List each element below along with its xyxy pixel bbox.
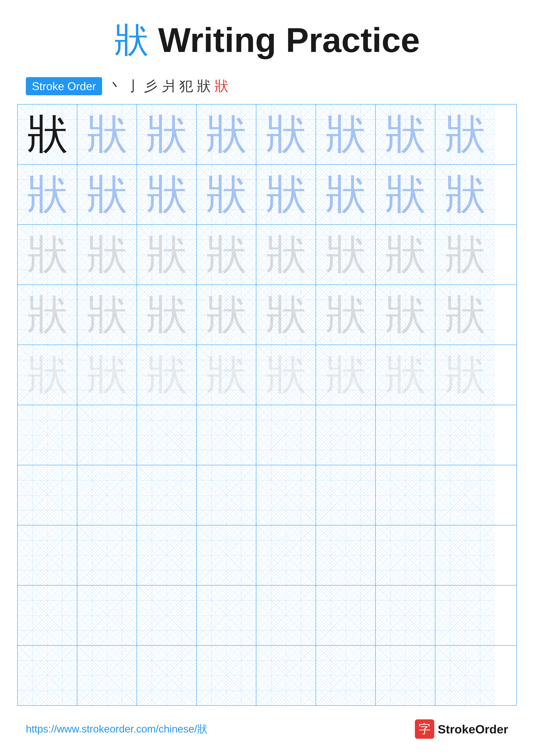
grid-cell-5-7[interactable]: 狀 — [376, 345, 435, 405]
grid-row-10 — [18, 646, 516, 705]
grid-cell-1-3[interactable]: 狀 — [137, 104, 197, 164]
char-display-lighter: 狀 — [87, 234, 128, 275]
grid-cell-2-1[interactable]: 狀 — [18, 165, 77, 224]
grid-cell-10-4[interactable] — [197, 646, 256, 705]
grid-cell-1-4[interactable]: 狀 — [197, 104, 256, 164]
grid-cell-2-7[interactable]: 狀 — [376, 165, 435, 224]
grid-cell-7-2[interactable] — [77, 465, 137, 525]
stroke-5: 犯 — [179, 77, 193, 95]
footer-logo-icon: 字 — [415, 719, 434, 739]
stroke-1: 丶 — [109, 77, 122, 95]
grid-cell-6-7[interactable] — [376, 405, 435, 465]
stroke-4: 爿 — [162, 77, 175, 95]
grid-cell-2-5[interactable]: 狀 — [256, 165, 316, 224]
grid-cell-8-1[interactable] — [18, 526, 77, 585]
grid-cell-2-3[interactable]: 狀 — [137, 165, 197, 224]
grid-cell-5-4[interactable]: 狀 — [197, 345, 256, 405]
grid-cell-9-7[interactable] — [376, 585, 435, 645]
char-display-lightest: 狀 — [206, 355, 247, 395]
grid-cell-6-8[interactable] — [435, 405, 495, 465]
char-display-lighter: 狀 — [146, 294, 187, 335]
grid-cell-10-1[interactable] — [18, 646, 77, 705]
grid-cell-8-6[interactable] — [316, 526, 376, 585]
grid-cell-4-3[interactable]: 狀 — [137, 285, 197, 345]
grid-cell-7-8[interactable] — [435, 465, 495, 525]
grid-cell-2-2[interactable]: 狀 — [77, 165, 137, 224]
grid-cell-4-8[interactable]: 狀 — [435, 285, 495, 345]
char-display-lightest: 狀 — [385, 355, 426, 395]
grid-cell-1-6[interactable]: 狀 — [316, 104, 376, 164]
grid-cell-7-7[interactable] — [376, 465, 435, 525]
footer-url[interactable]: https://www.strokeorder.com/chinese/狀 — [26, 722, 207, 736]
grid-cell-3-6[interactable]: 狀 — [316, 225, 376, 284]
grid-cell-8-8[interactable] — [435, 526, 495, 585]
grid-cell-4-4[interactable]: 狀 — [197, 285, 256, 345]
grid-cell-3-1[interactable]: 狀 — [18, 225, 77, 284]
grid-cell-4-1[interactable]: 狀 — [18, 285, 77, 345]
grid-cell-5-2[interactable]: 狀 — [77, 345, 137, 405]
grid-cell-9-4[interactable] — [197, 585, 256, 645]
grid-cell-10-7[interactable] — [376, 646, 435, 705]
grid-cell-6-6[interactable] — [316, 405, 376, 465]
grid-cell-6-4[interactable] — [197, 405, 256, 465]
grid-cell-5-3[interactable]: 狀 — [137, 345, 197, 405]
char-display-lightest: 狀 — [87, 355, 128, 395]
grid-cell-2-8[interactable]: 狀 — [435, 165, 495, 224]
grid-cell-4-6[interactable]: 狀 — [316, 285, 376, 345]
grid-cell-10-3[interactable] — [137, 646, 197, 705]
grid-cell-5-1[interactable]: 狀 — [18, 345, 77, 405]
grid-cell-10-6[interactable] — [316, 646, 376, 705]
grid-cell-7-6[interactable] — [316, 465, 376, 525]
grid-cell-6-3[interactable] — [137, 405, 197, 465]
grid-cell-3-3[interactable]: 狀 — [137, 225, 197, 284]
grid-cell-8-3[interactable] — [137, 526, 197, 585]
grid-cell-9-8[interactable] — [435, 585, 495, 645]
grid-cell-8-7[interactable] — [376, 526, 435, 585]
grid-cell-10-5[interactable] — [256, 646, 316, 705]
grid-cell-10-8[interactable] — [435, 646, 495, 705]
grid-cell-5-6[interactable]: 狀 — [316, 345, 376, 405]
grid-cell-3-2[interactable]: 狀 — [77, 225, 137, 284]
grid-cell-9-1[interactable] — [18, 585, 77, 645]
grid-cell-3-7[interactable]: 狀 — [376, 225, 435, 284]
grid-cell-10-2[interactable] — [77, 646, 137, 705]
stroke-sequence: 丶 亅 彡 爿 犯 狀 狀 — [109, 77, 228, 95]
grid-cell-1-7[interactable]: 狀 — [376, 104, 435, 164]
grid-cell-5-5[interactable]: 狀 — [256, 345, 316, 405]
grid-row-2: 狀 狀 狀 狀 狀 狀 — [18, 165, 516, 225]
char-display-lightest: 狀 — [325, 355, 366, 395]
grid-cell-3-4[interactable]: 狀 — [197, 225, 256, 284]
grid-cell-6-1[interactable] — [18, 405, 77, 465]
grid-cell-4-5[interactable]: 狀 — [256, 285, 316, 345]
stroke-3: 彡 — [144, 77, 158, 95]
grid-cell-7-3[interactable] — [137, 465, 197, 525]
char-display-light: 狀 — [445, 114, 486, 155]
grid-cell-7-1[interactable] — [18, 465, 77, 525]
grid-cell-2-6[interactable]: 狀 — [316, 165, 376, 224]
grid-cell-7-5[interactable] — [256, 465, 316, 525]
grid-cell-8-2[interactable] — [77, 526, 137, 585]
grid-cell-8-4[interactable] — [197, 526, 256, 585]
grid-cell-6-2[interactable] — [77, 405, 137, 465]
title-character: 狀 — [114, 21, 149, 60]
grid-cell-4-7[interactable]: 狀 — [376, 285, 435, 345]
grid-cell-5-8[interactable]: 狀 — [435, 345, 495, 405]
grid-cell-9-5[interactable] — [256, 585, 316, 645]
grid-cell-3-5[interactable]: 狀 — [256, 225, 316, 284]
grid-cell-1-8[interactable]: 狀 — [435, 104, 495, 164]
grid-cell-9-2[interactable] — [77, 585, 137, 645]
grid-cell-4-2[interactable]: 狀 — [77, 285, 137, 345]
grid-cell-7-4[interactable] — [197, 465, 256, 525]
grid-cell-8-5[interactable] — [256, 526, 316, 585]
grid-cell-9-3[interactable] — [137, 585, 197, 645]
grid-cell-1-2[interactable]: 狀 — [77, 104, 137, 164]
char-display-light: 狀 — [206, 174, 247, 215]
grid-cell-2-4[interactable]: 狀 — [197, 165, 256, 224]
grid-cell-1-1[interactable]: 狀 — [18, 104, 77, 164]
grid-cell-3-8[interactable]: 狀 — [435, 225, 495, 284]
grid-row-6 — [18, 405, 516, 465]
stroke-7: 狀 — [215, 77, 228, 95]
grid-cell-6-5[interactable] — [256, 405, 316, 465]
grid-cell-9-6[interactable] — [316, 585, 376, 645]
grid-cell-1-5[interactable]: 狀 — [256, 104, 316, 164]
